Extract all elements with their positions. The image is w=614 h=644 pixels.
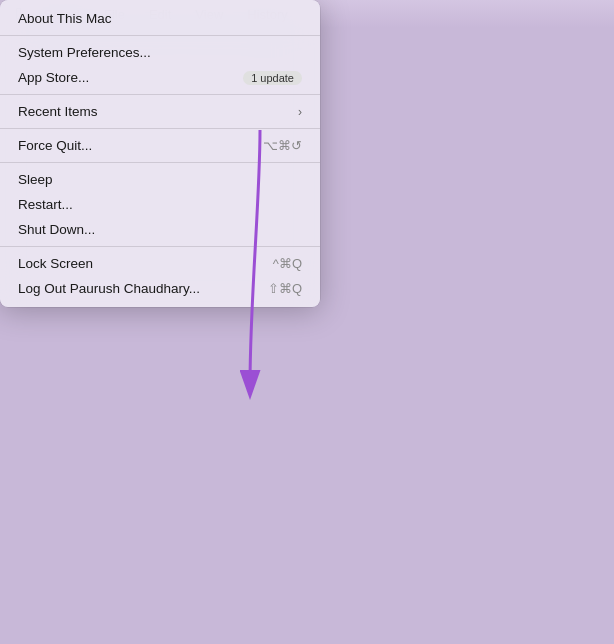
separator-2 [0,94,320,95]
separator-1 [0,35,320,36]
separator-4 [0,162,320,163]
chevron-right-icon: › [298,105,302,119]
app-store-badge: 1 update [243,71,302,85]
force-quit-shortcut: ⌥⌘↺ [263,138,302,153]
app-store-item[interactable]: App Store... 1 update [0,65,320,90]
force-quit-item[interactable]: Force Quit... ⌥⌘↺ [0,133,320,158]
lock-screen-shortcut: ^⌘Q [273,256,302,271]
about-this-mac-item[interactable]: About This Mac [0,6,320,31]
apple-dropdown-menu: About This Mac System Preferences... App… [0,0,320,307]
sleep-item[interactable]: Sleep [0,167,320,192]
shut-down-item[interactable]: Shut Down... [0,217,320,242]
recent-items-item[interactable]: Recent Items › [0,99,320,124]
restart-item[interactable]: Restart... [0,192,320,217]
separator-5 [0,246,320,247]
system-preferences-item[interactable]: System Preferences... [0,40,320,65]
log-out-shortcut: ⇧⌘Q [268,281,302,296]
separator-3 [0,128,320,129]
log-out-item[interactable]: Log Out Paurush Chaudhary... ⇧⌘Q [0,276,320,301]
lock-screen-item[interactable]: Lock Screen ^⌘Q [0,251,320,276]
